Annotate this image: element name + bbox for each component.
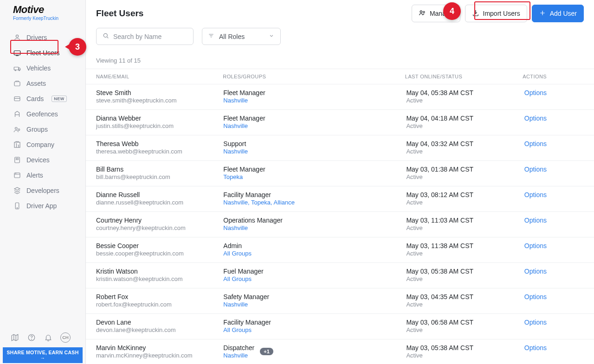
options-link[interactable]: Options [524,319,547,326]
table-row: Robert Foxrobert.fox@keeptruckin.comSafe… [86,288,594,314]
annotation-callout-3: 3 [69,38,86,56]
nav-icon [13,125,21,134]
sidebar-item-company[interactable]: Company [0,137,85,153]
sidebar-item-geofences[interactable]: Geofences [0,107,85,122]
user-groups[interactable]: Topeka [223,173,265,180]
roles-filter[interactable]: All Roles [202,28,281,45]
user-groups[interactable]: All Groups [223,275,263,282]
nav-icon [13,64,21,72]
sidebar-item-label: Alerts [26,172,43,179]
sidebar-item-vehicles[interactable]: Vehicles [0,61,85,76]
sidebar-item-groups[interactable]: Groups [0,122,85,137]
svg-point-0 [16,35,18,37]
sidebar-footer: CH SHARE MOTIVE, EARN CASH → [0,328,85,364]
user-groups[interactable]: Nashville [223,97,265,104]
user-status: Active [406,148,524,155]
options-link[interactable]: Options [524,344,547,351]
nav-icon [13,186,21,195]
options-link[interactable]: Options [524,242,547,249]
options-link[interactable]: Options [524,268,547,275]
extra-badge: +1 [260,348,273,355]
nav-icon [13,49,21,57]
sidebar-item-label: Fleet Users [26,49,60,57]
sidebar-item-driver-app[interactable]: Driver App [0,198,85,214]
user-role: Fleet Manager [223,166,265,173]
table-header: NAME/EMAIL ROLES/GROUPS LAST ONLINE/STAT… [86,69,594,84]
sidebar-item-devices[interactable]: Devices [0,153,85,168]
user-email: courtney.henry@keeptruckin.com [96,224,223,231]
user-role: Fleet Manager [223,89,265,96]
search-input[interactable] [113,33,187,40]
user-groups[interactable]: Nashville [223,352,254,359]
user-groups[interactable]: Nashville [223,122,265,129]
user-role: Admin [223,242,252,249]
options-link[interactable]: Options [524,166,547,173]
user-status: Active [406,97,524,104]
user-groups[interactable]: All Groups [223,250,252,257]
user-groups[interactable]: All Groups [223,326,271,333]
import-users-button[interactable]: Import Users [465,5,527,22]
page-title: Fleet Users [96,8,143,19]
col-name-header: NAME/EMAIL [96,74,223,79]
user-name: Devon Lane [96,319,223,326]
help-icon[interactable] [27,333,36,342]
bell-icon[interactable] [44,333,53,342]
user-role: Facility Manager [223,319,271,326]
table-body: Steve Smithsteve.smith@keeptruckin.comFl… [86,84,594,364]
avatar[interactable]: CH [60,332,71,343]
nav-icon [13,140,21,149]
svg-point-7 [15,128,18,130]
nav-icon [13,79,21,88]
share-banner[interactable]: SHARE MOTIVE, EARN CASH → [3,347,83,363]
user-groups[interactable]: Nashville [223,224,283,231]
user-email: robert.fox@keeptruckin.com [96,301,223,308]
add-user-button[interactable]: Add User [532,5,584,22]
sidebar-item-label: Company [26,141,54,148]
sidebar-item-alerts[interactable]: Alerts [0,168,85,183]
import-label: Import Users [483,10,520,17]
chevron-down-icon [268,32,275,40]
user-status: Active [406,250,524,257]
user-role: Fuel Manager [223,268,263,275]
search-input-wrap[interactable] [96,28,194,45]
users-icon [419,9,426,18]
user-status: Active [406,326,524,333]
user-status: Active [406,122,524,129]
user-email: kristin.watson@keeptruckin.com [96,275,223,282]
brand-name: Motive [13,4,76,16]
filter-icon [208,32,214,40]
col-status-header: LAST ONLINE/STATUS [405,74,523,79]
options-link[interactable]: Options [524,140,547,147]
sidebar-item-label: Driver App [26,202,57,210]
options-link[interactable]: Options [524,293,547,300]
sidebar-item-assets[interactable]: Assets [0,76,85,91]
user-email: justin.stills@keeptruckin.com [96,122,223,129]
import-icon [472,9,479,18]
user-role: Dispatcher [223,344,254,351]
user-email: marvin.mcKinney@keeptruckin.com [96,352,223,359]
svg-point-14 [17,208,18,209]
user-groups[interactable]: Nashville [223,148,248,155]
options-link[interactable]: Options [524,89,547,96]
sidebar-item-developers[interactable]: Developers [0,183,85,198]
svg-rect-12 [14,173,20,178]
user-email: bessie.cooper@keeptruckin.com [96,250,223,257]
options-link[interactable]: Options [524,191,547,198]
user-groups[interactable]: Nashville, Topeka, Alliance [223,199,295,206]
user-last-online: May 03, 01:38 AM CST [406,166,524,173]
sidebar-item-label: Vehicles [26,64,51,72]
user-role: Fleet Manager [223,115,265,122]
sidebar-item-cards[interactable]: CardsNEW [0,91,85,107]
nav-icon [13,202,21,210]
options-link[interactable]: Options [524,115,547,122]
svg-point-17 [420,11,422,13]
user-name: Dianna Webber [96,115,223,122]
options-link[interactable]: Options [524,217,547,224]
map-icon[interactable] [10,333,19,342]
user-last-online: May 04, 04:18 AM CST [406,115,524,122]
user-name: Theresa Webb [96,140,223,147]
brand: Motive Formerly KeepTruckin [0,0,85,24]
sidebar-nav: DriversFleet UsersVehiclesAssetsCardsNEW… [0,30,85,214]
svg-point-19 [103,33,107,37]
user-groups[interactable]: Nashville [223,301,269,308]
